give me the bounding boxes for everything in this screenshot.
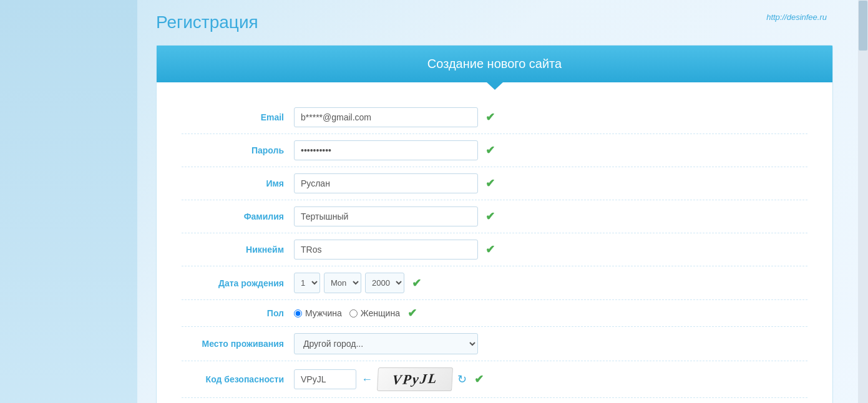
name-row: Имя ✔ (182, 167, 807, 200)
gender-row: Пол Мужчина Женщина ✔ (182, 300, 807, 327)
lastname-check-icon: ✔ (485, 210, 495, 223)
captcha-refresh-icon[interactable]: ↻ (457, 372, 467, 386)
captcha-label: Код безопасности (182, 374, 294, 384)
email-check-icon: ✔ (485, 110, 495, 124)
page-title: Регистрация (156, 12, 833, 32)
terms-row: Подтверждаю условия использования uID со… (294, 398, 807, 403)
lastname-input[interactable] (294, 206, 478, 226)
email-label: Email (182, 112, 294, 122)
email-input[interactable] (294, 107, 478, 127)
scrollbar[interactable] (858, 0, 868, 403)
password-check-icon: ✔ (485, 143, 495, 157)
gender-male-option[interactable]: Мужчина (294, 308, 342, 318)
password-row: Пароль ✔ (182, 134, 807, 167)
city-label: Место проживания (182, 339, 294, 349)
gender-label: Пол (182, 308, 294, 318)
dob-label: Дата рождения (182, 278, 294, 288)
main-content: Регистрация http://desinfee.ru Создание … (137, 0, 858, 403)
lastname-label: Фамилия (182, 211, 294, 221)
city-select[interactable]: Другой город... (294, 333, 478, 354)
captcha-image-text: VPyJL (391, 371, 438, 389)
form-body: Email ✔ Пароль ✔ Имя ✔ Фамилия ✔ (157, 82, 832, 403)
dob-check-icon: ✔ (412, 276, 421, 290)
nickname-input[interactable] (294, 240, 478, 260)
name-check-icon: ✔ (485, 177, 495, 190)
name-input[interactable] (294, 173, 478, 193)
dob-selects: 1 2 3 Mon Jan Feb Mar 2000 1999 1998 (294, 273, 404, 293)
gender-options: Мужчина Женщина (294, 308, 400, 318)
email-row: Email ✔ (182, 101, 807, 134)
dob-year-select[interactable]: 2000 1999 1998 (365, 273, 404, 293)
nickname-label: Никнейм (182, 245, 294, 255)
captcha-controls: ← VPyJL ↻ (294, 367, 467, 391)
city-row: Место проживания Другой город... (182, 327, 807, 361)
dob-row: Дата рождения 1 2 3 Mon Jan Feb Mar 2000 (182, 266, 807, 300)
nickname-check-icon: ✔ (485, 243, 495, 256)
captcha-input[interactable] (294, 369, 356, 389)
gender-female-option[interactable]: Женщина (349, 308, 400, 318)
dob-day-select[interactable]: 1 2 3 (294, 273, 320, 293)
scrollbar-thumb[interactable] (859, 1, 867, 51)
captcha-row: Код безопасности ← VPyJL ↻ ✔ (182, 361, 807, 398)
nickname-row: Никнейм ✔ (182, 233, 807, 266)
name-label: Имя (182, 178, 294, 188)
dob-month-select[interactable]: Mon Jan Feb Mar (324, 273, 361, 293)
captcha-image: VPyJL (377, 367, 453, 391)
captcha-arrow-icon: ← (361, 373, 373, 386)
sidebar (0, 0, 137, 403)
gender-check-icon: ✔ (407, 306, 417, 320)
lastname-row: Фамилия ✔ (182, 200, 807, 233)
gender-female-label: Женщина (361, 308, 400, 318)
site-url: http://desinfee.ru (766, 12, 827, 22)
gender-male-label: Мужчина (305, 308, 342, 318)
gender-male-radio[interactable] (294, 309, 302, 318)
gender-female-radio[interactable] (349, 309, 358, 318)
form-header: Создание нового сайта (157, 46, 832, 82)
captcha-check-icon: ✔ (474, 372, 484, 386)
registration-form: Создание нового сайта Email ✔ Пароль ✔ И… (156, 45, 833, 403)
password-input[interactable] (294, 140, 478, 160)
password-label: Пароль (182, 145, 294, 155)
